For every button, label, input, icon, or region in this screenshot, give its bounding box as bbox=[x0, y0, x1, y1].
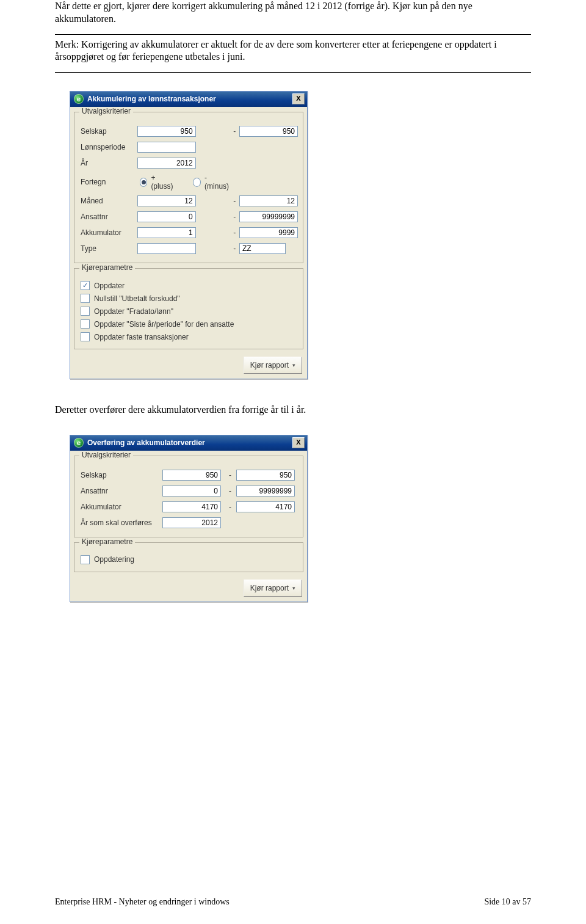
selskap-to-input[interactable] bbox=[236, 470, 295, 481]
divider-bottom bbox=[55, 72, 531, 73]
range-dash: - bbox=[231, 225, 238, 241]
checkbox-icon bbox=[81, 281, 90, 290]
label-akkumulator: Akkumulator bbox=[79, 225, 136, 241]
type-from-input[interactable] bbox=[137, 243, 196, 254]
checkbox-icon bbox=[81, 294, 90, 303]
check-oppdater[interactable]: Oppdater bbox=[81, 281, 298, 290]
ansattnr-from-input[interactable] bbox=[137, 211, 196, 222]
range-dash: - bbox=[225, 467, 235, 483]
ansattnr-from-input[interactable] bbox=[162, 486, 221, 497]
label-ansattnr: Ansattnr bbox=[79, 209, 136, 225]
selskap-to-input[interactable] bbox=[239, 126, 298, 137]
radio-plus-label: + (pluss) bbox=[151, 173, 174, 191]
radio-minus-label: - (minus) bbox=[204, 173, 230, 191]
checkbox-icon bbox=[81, 319, 90, 329]
selskap-from-input[interactable] bbox=[162, 470, 221, 481]
app-icon: e bbox=[74, 438, 84, 448]
aar-input[interactable] bbox=[137, 158, 196, 169]
check-label: Nullstill "Utbetalt forskudd" bbox=[94, 294, 180, 303]
page-footer: Enterprise HRM - Nyheter og endringer i … bbox=[55, 897, 531, 907]
maned-to-input[interactable] bbox=[239, 195, 298, 206]
check-oppdatering[interactable]: Oppdatering bbox=[81, 555, 298, 564]
run-report-button[interactable]: Kjør rapport ▾ bbox=[244, 580, 302, 597]
titlebar: e Overføring av akkumulatorverdier X bbox=[70, 435, 307, 451]
checkbox-icon bbox=[81, 307, 90, 316]
aar-input[interactable] bbox=[162, 517, 221, 528]
range-dash: - bbox=[231, 241, 238, 256]
ansattnr-to-input[interactable] bbox=[239, 211, 298, 222]
label-type: Type bbox=[79, 241, 136, 256]
dialog-title: Akkumulering av lønnstransaksjoner bbox=[87, 95, 289, 103]
group-kjoreparametre: Kjøreparametre Oppdater Nullstill "Utbet… bbox=[74, 268, 303, 349]
radio-plus[interactable]: + (pluss) bbox=[140, 173, 175, 191]
lonnsperiode-input[interactable] bbox=[137, 142, 196, 153]
radio-plus-icon bbox=[140, 178, 148, 187]
app-icon: e bbox=[74, 94, 84, 104]
group-utvalgskriterier: Utvalgskriterier Selskap - Lønnsperiode bbox=[74, 112, 303, 263]
label-lonnsperiode: Lønnsperiode bbox=[79, 139, 136, 155]
check-label: Oppdater "Siste år/periode" for den ansa… bbox=[94, 320, 234, 329]
check-label: Oppdater faste transaksjoner bbox=[94, 333, 189, 341]
akkumulator-to-input[interactable] bbox=[236, 501, 295, 512]
range-dash: - bbox=[231, 123, 238, 139]
range-dash: - bbox=[231, 209, 238, 225]
run-report-label: Kjør rapport bbox=[250, 361, 289, 369]
chevron-down-icon: ▾ bbox=[292, 585, 295, 591]
group-legend: Utvalgskriterier bbox=[79, 107, 133, 115]
run-report-button[interactable]: Kjør rapport ▾ bbox=[244, 357, 302, 374]
group-legend: Utvalgskriterier bbox=[79, 451, 133, 459]
footer-left: Enterprise HRM - Nyheter og endringer i … bbox=[55, 897, 230, 907]
radio-minus-icon bbox=[193, 178, 201, 187]
titlebar: e Akkumulering av lønnstransaksjoner X bbox=[70, 92, 307, 107]
range-dash: - bbox=[231, 193, 238, 209]
divider-top bbox=[55, 34, 531, 35]
group-legend: Kjøreparametre bbox=[79, 263, 135, 272]
label-maned: Måned bbox=[79, 193, 136, 209]
check-label: Oppdater "Fradato/lønn" bbox=[94, 307, 173, 316]
label-fortegn: Fortegn bbox=[79, 171, 136, 193]
check-siste-aar[interactable]: Oppdater "Siste år/periode" for den ansa… bbox=[81, 319, 298, 329]
akkumulator-from-input[interactable] bbox=[137, 227, 196, 238]
group-utvalgskriterier: Utvalgskriterier Selskap - Ansattnr - bbox=[74, 456, 303, 537]
akkumulator-from-input[interactable] bbox=[162, 501, 221, 512]
checkbox-icon bbox=[81, 555, 90, 564]
group-kjoreparametre: Kjøreparametre Oppdatering bbox=[74, 542, 303, 572]
paragraph-3: Deretter overfører dere akkumulatorverdi… bbox=[55, 404, 531, 417]
checkbox-icon bbox=[81, 332, 90, 341]
footer-right: Side 10 av 57 bbox=[484, 897, 531, 907]
run-report-label: Kjør rapport bbox=[250, 584, 289, 592]
ansattnr-to-input[interactable] bbox=[236, 486, 295, 497]
paragraph-1: Når dette er gjort, kjører dere korriger… bbox=[55, 0, 531, 26]
label-akkumulator: Akkumulator bbox=[79, 499, 161, 515]
group-legend: Kjøreparametre bbox=[79, 537, 135, 546]
label-selskap: Selskap bbox=[79, 467, 161, 483]
label-aar-overfor: År som skal overføres bbox=[79, 515, 161, 531]
close-icon[interactable]: X bbox=[292, 437, 305, 448]
dialog-akkumulering: e Akkumulering av lønnstransaksjoner X U… bbox=[70, 91, 308, 379]
paragraph-2: Merk: Korrigering av akkumulatorer er ak… bbox=[55, 38, 531, 64]
chevron-down-icon: ▾ bbox=[292, 362, 295, 368]
check-faste-trans[interactable]: Oppdater faste transaksjoner bbox=[81, 332, 298, 341]
check-label: Oppdatering bbox=[94, 555, 134, 564]
dialog-title: Overføring av akkumulatorverdier bbox=[87, 438, 289, 447]
selskap-from-input[interactable] bbox=[137, 126, 196, 137]
label-aar: År bbox=[79, 155, 136, 171]
range-dash: - bbox=[225, 483, 235, 499]
akkumulator-to-input[interactable] bbox=[239, 227, 298, 238]
check-fradato[interactable]: Oppdater "Fradato/lønn" bbox=[81, 307, 298, 316]
label-ansattnr: Ansattnr bbox=[79, 483, 161, 499]
dialog-overforing: e Overføring av akkumulatorverdier X Utv… bbox=[70, 435, 308, 602]
check-nullstill[interactable]: Nullstill "Utbetalt forskudd" bbox=[81, 294, 298, 303]
close-icon[interactable]: X bbox=[292, 93, 305, 104]
type-to-input[interactable] bbox=[239, 243, 286, 254]
radio-minus[interactable]: - (minus) bbox=[193, 173, 230, 191]
maned-from-input[interactable] bbox=[137, 195, 196, 206]
check-label: Oppdater bbox=[94, 282, 125, 290]
range-dash: - bbox=[225, 499, 235, 515]
label-selskap: Selskap bbox=[79, 123, 136, 139]
